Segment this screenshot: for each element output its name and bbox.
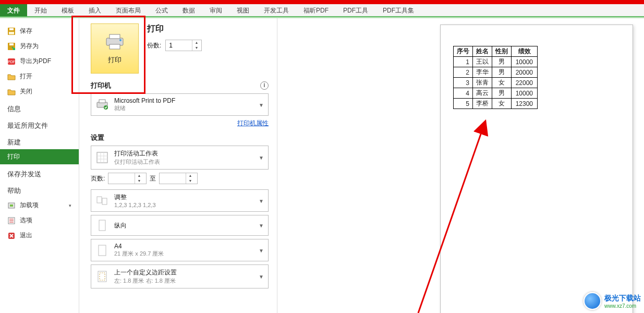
tab-page-layout[interactable]: 页面布局 — [108, 4, 148, 16]
pages-from-input[interactable] — [108, 173, 135, 184]
sidebar-label: 关闭 — [20, 87, 32, 96]
tab-foxit[interactable]: 福昕PDF — [296, 4, 336, 16]
svg-rect-1 — [9, 28, 14, 30]
options-icon — [7, 216, 16, 225]
collate-icon — [95, 194, 109, 208]
cell-sex: 女 — [492, 99, 512, 109]
copies-label: 份数: — [147, 41, 161, 50]
margins-dropdown[interactable]: 上一个自定义边距设置 左: 1.8 厘米 右: 1.8 厘米 ▼ — [91, 264, 269, 288]
cell-name: 王以 — [473, 57, 492, 67]
tab-insert[interactable]: 插入 — [81, 4, 108, 16]
sidebar-item-save-as[interactable]: 另存为 — [0, 39, 79, 54]
cell-name: 张青 — [473, 78, 492, 88]
tab-formula[interactable]: 公式 — [148, 4, 175, 16]
print-preview: 序号 姓名 性别 绩效 1王以男100002李华男200003张青女220004… — [277, 18, 644, 313]
sidebar-item-exit[interactable]: 退出 — [0, 228, 79, 243]
preview-page: 序号 姓名 性别 绩效 1王以男100002李华男200003张青女220004… — [440, 25, 633, 313]
printer-name: Microsoft Print to PDF — [114, 97, 175, 104]
sidebar: 保存 另存为 PDF 导出为PDF 打开 关闭 信息 最近所用 — [0, 18, 79, 313]
chevron-down-icon: ▼ — [259, 155, 264, 161]
tab-template[interactable]: 模板 — [54, 4, 81, 16]
sidebar-item-save-send[interactable]: 保存并发送 — [0, 164, 79, 181]
printer-properties-link[interactable]: 打印机属性 — [237, 119, 269, 127]
tab-dev[interactable]: 开发工具 — [257, 4, 296, 16]
collate-dropdown[interactable]: 调整 1,2,3 1,2,3 1,2,3 ▼ — [91, 189, 269, 212]
copies-input[interactable] — [166, 40, 192, 51]
chevron-down-icon: ▼ — [259, 247, 264, 253]
info-icon[interactable]: i — [260, 81, 269, 90]
svg-rect-21 — [97, 152, 107, 163]
tab-pdftoolkit[interactable]: PDF工具集 — [375, 4, 421, 16]
th-sex: 性别 — [492, 46, 512, 57]
svg-rect-15 — [110, 34, 120, 39]
sidebar-item-recent[interactable]: 最近所用文件 — [0, 116, 79, 133]
scope-main: 打印活动工作表 — [114, 149, 160, 158]
paper-icon — [95, 244, 109, 257]
cell-score: 10000 — [512, 88, 538, 99]
settings-section-label: 设置 — [91, 133, 104, 142]
print-button[interactable]: 打印 — [91, 23, 139, 74]
printer-section-label: 打印机 — [91, 81, 111, 90]
th-id: 序号 — [454, 46, 473, 57]
sidebar-label: 加载项 — [20, 201, 39, 210]
chevron-down-icon: ▼ — [259, 102, 264, 107]
sidebar-item-addins[interactable]: 加载项 ▾ — [0, 198, 79, 213]
tab-review[interactable]: 审阅 — [202, 4, 229, 16]
chevron-down-icon: ▼ — [259, 198, 264, 203]
sidebar-item-open[interactable]: 打开 — [0, 69, 79, 84]
sidebar-label: 另存为 — [20, 42, 39, 51]
pages-to-input[interactable] — [160, 173, 186, 184]
paper-dropdown[interactable]: A4 21 厘米 x 29.7 厘米 ▼ — [91, 239, 269, 261]
svg-rect-26 — [99, 245, 106, 256]
cell-score: 12300 — [512, 99, 538, 109]
svg-rect-24 — [102, 198, 107, 204]
print-title: 打印 — [147, 23, 202, 34]
cell-name: 高云 — [473, 88, 492, 99]
tab-file[interactable]: 文件 — [0, 4, 27, 16]
sidebar-item-new[interactable]: 新建 — [0, 133, 79, 149]
scope-dropdown[interactable]: 打印活动工作表 仅打印活动工作表 ▼ — [91, 146, 269, 170]
sidebar-item-help[interactable]: 帮助 — [0, 181, 79, 198]
sidebar-item-info[interactable]: 信息 — [0, 99, 79, 116]
spin-up-icon[interactable]: ▲ — [135, 173, 143, 178]
tab-data[interactable]: 数据 — [175, 4, 202, 16]
cell-sex: 男 — [492, 57, 512, 67]
print-button-label: 打印 — [108, 55, 121, 65]
sidebar-item-close[interactable]: 关闭 — [0, 84, 79, 99]
cell-sex: 女 — [492, 78, 512, 88]
svg-text:PDF: PDF — [8, 60, 15, 64]
sidebar-item-export-pdf[interactable]: PDF 导出为PDF — [0, 54, 79, 69]
print-panel: 打印 打印 份数: ▲ ▼ 打印机 i — [79, 18, 277, 313]
spin-down-icon[interactable]: ▼ — [135, 178, 143, 184]
cell-id: 1 — [454, 57, 473, 67]
cell-id: 3 — [454, 78, 473, 88]
paper-main: A4 — [114, 243, 164, 250]
tab-pdftools[interactable]: PDF工具 — [336, 4, 375, 16]
spin-down-icon[interactable]: ▼ — [186, 178, 194, 184]
pages-to-stepper[interactable]: ▲▼ — [159, 173, 198, 184]
copies-stepper[interactable]: ▲ ▼ — [165, 40, 202, 51]
sidebar-item-print[interactable]: 打印 — [0, 149, 79, 164]
sidebar-item-options[interactable]: 选项 — [0, 213, 79, 228]
close-folder-icon — [7, 88, 16, 96]
sidebar-item-save[interactable]: 保存 — [0, 23, 79, 39]
orientation-dropdown[interactable]: 纵向 ▼ — [91, 215, 269, 236]
cell-id: 4 — [454, 88, 473, 99]
sidebar-label: 选项 — [20, 216, 32, 225]
svg-rect-25 — [99, 220, 105, 231]
pages-from-stepper[interactable]: ▲▼ — [108, 173, 147, 184]
cell-id: 5 — [454, 99, 473, 109]
spin-up-icon[interactable]: ▲ — [192, 40, 200, 45]
table-header-row: 序号 姓名 性别 绩效 — [454, 46, 538, 57]
printer-dropdown[interactable]: Microsoft Print to PDF 就绪 ▼ — [91, 93, 269, 116]
spin-down-icon[interactable]: ▼ — [192, 45, 200, 51]
spin-up-icon[interactable]: ▲ — [186, 173, 194, 178]
tab-view[interactable]: 视图 — [229, 4, 257, 16]
title-bar — [0, 0, 644, 4]
margins-sub: 左: 1.8 厘米 右: 1.8 厘米 — [114, 277, 177, 285]
sheet-icon — [95, 151, 109, 164]
th-name: 姓名 — [473, 46, 492, 57]
printer-device-icon — [95, 98, 109, 112]
tab-home[interactable]: 开始 — [27, 4, 54, 16]
printer-status: 就绪 — [114, 104, 175, 112]
